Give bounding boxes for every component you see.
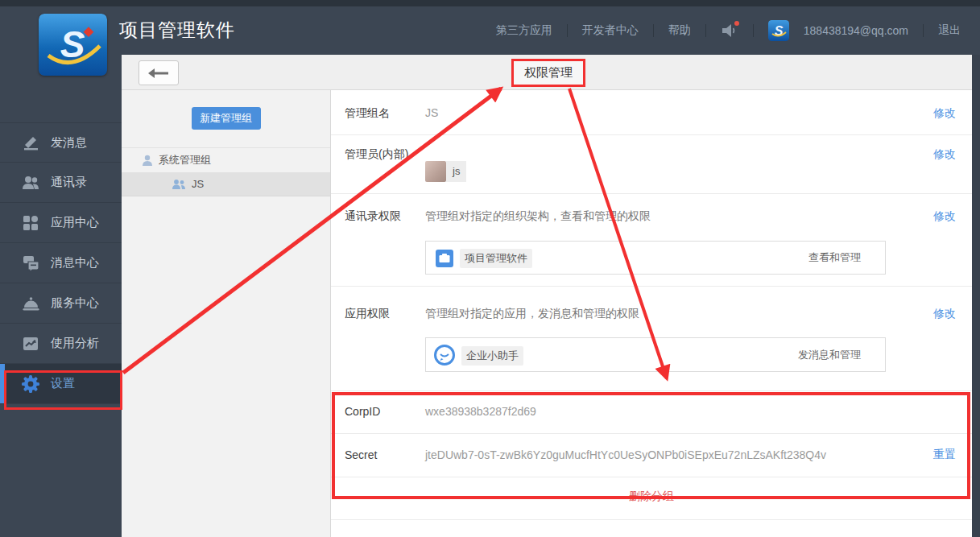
app-permission-box: 企业小助手 发消息和管理 bbox=[425, 337, 886, 372]
person-icon bbox=[142, 155, 153, 167]
sidebar-item-send-message[interactable]: 发消息 bbox=[0, 122, 122, 163]
contacts-permission-box: 项目管理软件 查看和管理 bbox=[425, 241, 886, 275]
gear-icon bbox=[21, 375, 40, 393]
app-permission-item[interactable]: 企业小助手 bbox=[461, 346, 523, 366]
sidebar-item-contacts[interactable]: 通讯录 bbox=[0, 163, 122, 203]
contacts-permission-desc: 管理组对指定的组织架构，查看和管理的权限 bbox=[425, 209, 651, 224]
corpid-label: CorpID bbox=[345, 405, 380, 418]
group-name-label: 管理组名 bbox=[345, 106, 390, 121]
folder-icon bbox=[436, 250, 453, 271]
app-logo: S bbox=[39, 14, 107, 76]
app-permission-label: 应用权限 bbox=[345, 307, 390, 321]
row-divider bbox=[331, 477, 972, 477]
announcement-speaker-icon[interactable] bbox=[721, 23, 738, 39]
admins-edit-link[interactable]: 修改 bbox=[933, 147, 956, 162]
notification-dot bbox=[734, 21, 739, 26]
toolbar bbox=[122, 55, 972, 90]
nav-developer-center[interactable]: 开发者中心 bbox=[582, 23, 639, 38]
sidebar-item-usage-analytics[interactable]: 使用分析 bbox=[0, 324, 122, 364]
top-header: 项目管理软件 第三方应用 开发者中心 帮助 S 188438194@qq.com… bbox=[0, 0, 980, 55]
group-icon bbox=[172, 179, 186, 190]
app-permission-level: 发消息和管理 bbox=[798, 348, 861, 362]
contacts-permission-level: 查看和管理 bbox=[808, 250, 861, 265]
app-permission-desc: 管理组对指定的应用，发消息和管理的权限 bbox=[425, 307, 639, 321]
admin-name: js bbox=[446, 161, 466, 182]
row-divider bbox=[331, 134, 972, 135]
contacts-permission-item[interactable]: 项目管理软件 bbox=[460, 249, 532, 268]
assistant-app-icon bbox=[434, 345, 455, 369]
group-tree-panel: 新建管理组 系统管理组 JS bbox=[122, 90, 331, 537]
nav-third-party-apps[interactable]: 第三方应用 bbox=[496, 23, 552, 38]
secret-reset-link[interactable]: 重置 bbox=[933, 448, 956, 462]
back-button[interactable] bbox=[139, 60, 179, 85]
row-divider bbox=[331, 433, 972, 434]
admins-label: 管理员(内部) bbox=[345, 147, 408, 162]
group-name-value: JS bbox=[425, 106, 438, 119]
sidebar-item-settings[interactable]: 设置 bbox=[0, 364, 122, 404]
sidebar: 发消息 通讯录 应用中心 消息中心 bbox=[0, 55, 122, 537]
app-window: 项目管理软件 第三方应用 开发者中心 帮助 S 188438194@qq.com… bbox=[0, 0, 980, 537]
nav-separator bbox=[567, 24, 568, 37]
new-group-button[interactable]: 新建管理组 bbox=[192, 107, 261, 130]
pencil-icon bbox=[21, 134, 40, 151]
sidebar-item-message-center[interactable]: 消息中心 bbox=[0, 243, 122, 283]
row-divider bbox=[331, 193, 972, 194]
delete-group-link[interactable]: 删除分组 bbox=[331, 489, 972, 504]
nav-separator bbox=[705, 24, 706, 37]
tree-item-label: JS bbox=[192, 178, 204, 190]
tree-item-label: 系统管理组 bbox=[159, 153, 211, 167]
row-divider bbox=[331, 519, 972, 520]
admin-avatar bbox=[425, 161, 446, 182]
logout-button[interactable]: 退出 bbox=[938, 23, 961, 38]
group-name-edit-link[interactable]: 修改 bbox=[933, 106, 956, 121]
service-bell-icon bbox=[21, 295, 40, 312]
back-arrow-icon bbox=[148, 67, 169, 80]
corpid-value: wxe38938b3287f2d69 bbox=[425, 405, 536, 418]
sidebar-menu: 发消息 通讯录 应用中心 消息中心 bbox=[0, 122, 122, 404]
group-tree: 系统管理组 JS bbox=[122, 147, 330, 196]
row-divider bbox=[331, 390, 972, 391]
row-divider bbox=[331, 286, 972, 287]
nav-separator bbox=[923, 24, 924, 37]
nav-separator bbox=[653, 24, 654, 37]
account-avatar[interactable]: S bbox=[768, 20, 789, 41]
group-detail-panel: 管理组名 JS 修改 管理员(内部) 修改 js 通讯录权限 管理组对指定的组织… bbox=[331, 90, 972, 537]
contacts-permission-edit-link[interactable]: 修改 bbox=[933, 209, 956, 224]
secret-label: Secret bbox=[345, 448, 377, 461]
grid-icon bbox=[21, 214, 40, 232]
tree-item-system-group[interactable]: 系统管理组 bbox=[122, 148, 330, 172]
nav-help[interactable]: 帮助 bbox=[668, 23, 691, 38]
secret-value: jteDUwb7-0sT-zwBk6Yz0guMucfHtYc0UeSyONPb… bbox=[425, 448, 826, 461]
analytics-chart-icon bbox=[21, 335, 40, 353]
app-title: 项目管理软件 bbox=[119, 18, 235, 43]
admin-member-chip: js bbox=[425, 161, 466, 182]
nav-separator bbox=[753, 24, 754, 37]
header-nav: 第三方应用 开发者中心 帮助 S 188438194@qq.com 退出 bbox=[496, 0, 961, 55]
app-permission-edit-link[interactable]: 修改 bbox=[933, 307, 956, 321]
people-icon bbox=[21, 174, 40, 192]
sidebar-item-app-center[interactable]: 应用中心 bbox=[0, 203, 122, 243]
sidebar-item-service-center[interactable]: 服务中心 bbox=[0, 283, 122, 324]
account-email[interactable]: 188438194@qq.com bbox=[804, 24, 908, 37]
tree-item-js-group-selected[interactable]: JS bbox=[122, 172, 330, 196]
chat-bubbles-icon bbox=[21, 254, 40, 272]
contacts-permission-label: 通讯录权限 bbox=[345, 209, 401, 224]
